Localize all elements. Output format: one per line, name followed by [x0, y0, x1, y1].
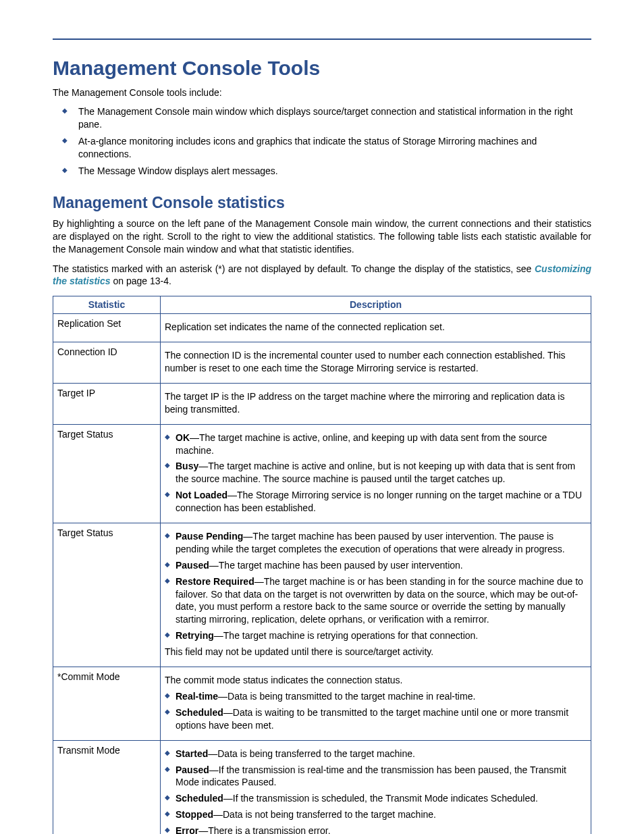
desc-term: Pause Pending	[176, 531, 243, 542]
desc-text: —Data is being transferred to the target…	[208, 748, 415, 759]
desc-term: Started	[176, 748, 208, 759]
desc-item: Error—There is a transmission error.	[165, 825, 587, 834]
top-rule	[53, 38, 591, 40]
desc-item: OK—The target machine is active, online,…	[165, 432, 587, 457]
desc-term: Scheduled	[176, 707, 223, 718]
stat-desc-cell: The target IP is the IP address on the t…	[161, 383, 591, 424]
desc-plain: This field may not be updated until ther…	[165, 646, 587, 658]
desc-term: Restore Required	[176, 576, 254, 587]
th-description: Description	[161, 296, 591, 314]
stat-desc-cell: The commit mode status indicates the con…	[161, 667, 591, 741]
stats-intro-2-pre: The statistics marked with an asterisk (…	[53, 263, 535, 274]
desc-text: —There is a transmission error.	[198, 825, 330, 834]
desc-text: —The Storage Mirroring service is no lon…	[176, 490, 582, 513]
table-row: Replication SetReplication set indicates…	[53, 314, 591, 342]
intro-bullet: The Message Window displays alert messag…	[69, 165, 591, 178]
th-statistic: Statistic	[53, 296, 161, 314]
desc-term: Busy	[176, 461, 198, 471]
stat-name-cell: Target IP	[53, 383, 161, 424]
statistics-table: Statistic Description Replication SetRep…	[53, 296, 591, 834]
stat-name-cell: Transmit Mode	[53, 740, 161, 834]
table-row: Target StatusPause Pending—The target ma…	[53, 523, 591, 667]
table-row: Target StatusOK—The target machine is ac…	[53, 424, 591, 523]
stats-intro-2-post: on page 13-4.	[111, 276, 171, 286]
stat-name-cell: *Commit Mode	[53, 667, 161, 741]
stat-name-cell: Replication Set	[53, 314, 161, 342]
desc-term: Scheduled	[176, 793, 223, 804]
intro-bullets: The Management Console main window which…	[53, 105, 591, 177]
desc-text: —The target machine is active and online…	[176, 461, 575, 484]
desc-item: Stopped—Data is not being transferred to…	[165, 808, 587, 821]
page-title: Management Console Tools	[53, 55, 591, 82]
stat-name-cell: Connection ID	[53, 342, 161, 384]
desc-item: Paused—If the transmission is real-time …	[165, 764, 587, 789]
desc-term: Not Loaded	[176, 490, 227, 500]
stat-desc-cell: Started—Data is being transferred to the…	[161, 740, 591, 834]
desc-text: —If the transmission is scheduled, the T…	[223, 793, 538, 804]
stat-name-cell: Target Status	[53, 424, 161, 523]
desc-item: Pause Pending—The target machine has bee…	[165, 530, 587, 556]
desc-item: Busy—The target machine is active and on…	[165, 460, 587, 486]
desc-term: Paused	[176, 764, 209, 775]
section-title: Management Console statistics	[53, 192, 591, 213]
stat-desc-cell: Replication set indicates the name of th…	[161, 314, 591, 342]
desc-term: Paused	[176, 560, 209, 571]
desc-text: —The target machine has been paused by u…	[209, 560, 463, 571]
stat-name-cell: Target Status	[53, 523, 161, 667]
desc-text: —Data is being transmitted to the target…	[218, 691, 475, 702]
table-row: Transmit ModeStarted—Data is being trans…	[53, 740, 591, 834]
table-row: *Commit ModeThe commit mode status indic…	[53, 667, 591, 741]
intro-bullet: At-a-glance monitoring includes icons an…	[69, 135, 591, 161]
desc-item: Paused—The target machine has been pause…	[165, 559, 587, 572]
desc-item: Not Loaded—The Storage Mirroring service…	[165, 489, 587, 515]
stats-intro-2: The statistics marked with an asterisk (…	[53, 263, 591, 288]
desc-term: Retrying	[176, 630, 214, 641]
table-row: Target IPThe target IP is the IP address…	[53, 383, 591, 424]
desc-term: Real-time	[176, 691, 218, 702]
desc-item: Started—Data is being transferred to the…	[165, 748, 587, 760]
intro-para: The Management Console tools include:	[53, 86, 591, 99]
desc-term: OK	[176, 432, 190, 443]
intro-bullet: The Management Console main window which…	[69, 105, 591, 131]
desc-item: Real-time—Data is being transmitted to t…	[165, 690, 587, 703]
desc-text: —If the transmission is real-time and th…	[176, 764, 566, 788]
desc-item: Scheduled—If the transmission is schedul…	[165, 792, 587, 805]
desc-text: —Data is not being transferred to the ta…	[213, 809, 436, 820]
desc-text: —The target machine is active, online, a…	[176, 432, 547, 456]
desc-item: Retrying—The target machine is retrying …	[165, 629, 587, 642]
desc-plain: The target IP is the IP address on the t…	[165, 390, 587, 416]
table-row: Connection IDThe connection ID is the in…	[53, 342, 591, 384]
desc-text: —The target machine is retrying operatio…	[214, 630, 478, 641]
desc-plain: Replication set indicates the name of th…	[165, 321, 587, 334]
desc-item: Restore Required—The target machine is o…	[165, 575, 587, 627]
stat-desc-cell: OK—The target machine is active, online,…	[161, 424, 591, 523]
desc-plain: The connection ID is the incremental cou…	[165, 349, 587, 375]
desc-plain: The commit mode status indicates the con…	[165, 674, 587, 687]
stats-intro-1: By highlighting a source on the left pan…	[53, 217, 591, 256]
desc-term: Error	[176, 825, 198, 834]
stat-desc-cell: The connection ID is the incremental cou…	[161, 342, 591, 384]
desc-text: —Data is waiting to be transmitted to th…	[176, 707, 568, 731]
stat-desc-cell: Pause Pending—The target machine has bee…	[161, 523, 591, 667]
desc-term: Stopped	[176, 809, 213, 820]
desc-item: Scheduled—Data is waiting to be transmit…	[165, 706, 587, 732]
